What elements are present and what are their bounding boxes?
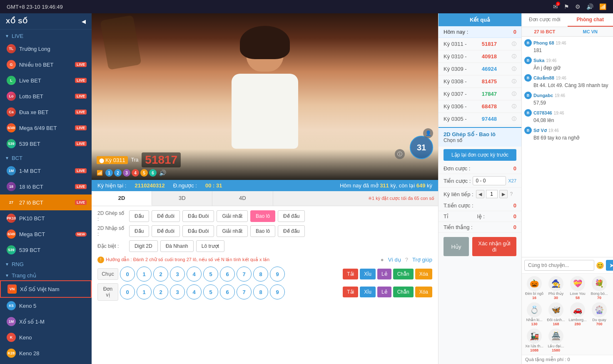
result-num-0311[interactable]: 51817: [482, 41, 497, 47]
donvi-9[interactable]: 9: [270, 284, 285, 299]
emoji-icon[interactable]: 😊: [596, 262, 604, 269]
gift-xe-lua[interactable]: 🚂 Xe lửa th... 1088: [525, 329, 543, 352]
btn-giai-nhat-nhap[interactable]: Giải nhất: [217, 225, 248, 237]
lien-tiep-prev-btn[interactable]: ◀: [476, 190, 484, 198]
result-num-0309[interactable]: 46924: [482, 66, 497, 72]
donvi-chan-btn[interactable]: Chẵn: [393, 287, 414, 297]
extra-info-icon[interactable]: 👤: [423, 128, 433, 138]
sidebar-item-539-bet[interactable]: 539 539 BET LIVE: [0, 136, 92, 152]
result-info-icon-0306[interactable]: ⓘ: [512, 103, 516, 110]
xacnhan-btn[interactable]: Xác nhận gửi đi: [472, 237, 516, 256]
channel-3-btn[interactable]: 3: [123, 169, 130, 177]
gift-lau-dai[interactable]: 🏯 Lầu đại... 1580: [547, 329, 565, 352]
gift-nhan-ki[interactable]: 💍 Nhẫn ki... 130: [525, 302, 543, 326]
sidebar-item-mega-bct[interactable]: 6/49 Mega BCT NEW: [0, 226, 92, 242]
chuc-tai-btn[interactable]: Tải: [343, 269, 358, 279]
result-info-icon-0311[interactable]: ⓘ: [512, 41, 516, 47]
btn-dau-duoi-ghep[interactable]: Đầu Đuôi: [182, 210, 214, 222]
gift-love-you[interactable]: 💝 Love You 58: [568, 276, 587, 300]
mail-icon[interactable]: ✉1: [553, 3, 558, 10]
chat-send-btn[interactable]: ➤: [606, 260, 613, 271]
volume-icon[interactable]: 🔊: [586, 3, 593, 10]
sidebar-item-live-bet[interactable]: L Live BET LIVE: [0, 72, 92, 88]
result-num-0308[interactable]: 81475: [482, 78, 497, 85]
vi-du-label[interactable]: Ví dụ: [388, 257, 401, 263]
sidebar-collapse-icon[interactable]: ◀: [82, 18, 86, 25]
result-num-0306[interactable]: 68478: [482, 103, 497, 110]
tien-cuoc-input[interactable]: [473, 176, 506, 185]
gift-phu-thuy[interactable]: 🧙 Phù thủy 30: [547, 276, 565, 300]
gift-doi-canh[interactable]: 🦋 Đôi cánh... 168: [547, 302, 565, 326]
lien-tiep-num-input[interactable]: [486, 190, 498, 198]
donvi-3[interactable]: 3: [170, 284, 185, 299]
btn-giai-nhat-ghep[interactable]: Giải nhất: [217, 210, 248, 222]
chuc-5[interactable]: 5: [203, 267, 218, 282]
sidebar-item-xosovn[interactable]: VN Xổ Số Việt Nam: [0, 280, 92, 298]
donvi-le-btn[interactable]: Lẻ: [377, 287, 391, 297]
chuc-3[interactable]: 3: [170, 267, 185, 282]
info-icon[interactable]: ⓘ: [395, 149, 405, 159]
sidebar-item-keno[interactable]: K Keno: [0, 329, 92, 345]
chuc-chan-btn[interactable]: Chẵn: [393, 269, 414, 279]
sidebar-section-trangchu[interactable]: ▼ Trang chủ: [0, 269, 92, 280]
channel-4-btn[interactable]: 4: [132, 169, 139, 177]
chuc-xoa-btn[interactable]: Xóa: [415, 269, 432, 279]
donvi-2[interactable]: 2: [153, 284, 168, 299]
tab-4d[interactable]: 4D: [212, 191, 273, 206]
tab-phong-chat[interactable]: Phòng chat: [568, 13, 613, 27]
chuc-8[interactable]: 8: [253, 267, 268, 282]
gift-bong-bo[interactable]: 💐 Bong bó... 70: [590, 276, 608, 300]
sidebar-section-live[interactable]: ▼ LIVE: [0, 30, 92, 41]
donvi-xiu-btn[interactable]: Xỉu: [360, 287, 376, 297]
sidebar-item-539-bct[interactable]: 539 539 BCT: [0, 242, 92, 258]
lien-tiep-help-icon[interactable]: ?: [510, 191, 513, 197]
sidebar-section-bct[interactable]: ▼ BCT: [0, 152, 92, 163]
tab-3d[interactable]: 3D: [152, 191, 212, 206]
subtab-bct[interactable]: 27 lô BCT: [522, 27, 568, 36]
sidebar-item-mega-649[interactable]: 6/49 Mega 6/49 BET LIVE: [0, 120, 92, 136]
sidebar-item-lotto-bet[interactable]: Lo Lotto BET LIVE: [0, 88, 92, 104]
gift-den-bi-ngo[interactable]: 🎃 Đèn bí ngô 16: [525, 276, 543, 300]
btn-dau-duoi-nhap[interactable]: Đầu Đuôi: [182, 225, 214, 237]
result-num-0310[interactable]: 40918: [482, 53, 497, 60]
donvi-5[interactable]: 5: [203, 284, 218, 299]
donvi-7[interactable]: 7: [237, 284, 252, 299]
chuc-le-btn[interactable]: Lẻ: [377, 269, 391, 279]
result-info-icon-0305[interactable]: ⓘ: [512, 116, 516, 122]
result-info-icon-0310[interactable]: ⓘ: [512, 53, 516, 60]
result-num-0307[interactable]: 17847: [482, 91, 497, 97]
btn-bao-lo-ghep[interactable]: Bao lô: [250, 210, 275, 222]
lien-tiep-next-btn[interactable]: ▶: [499, 190, 508, 198]
donvi-tai-btn[interactable]: Tải: [343, 287, 358, 297]
channel-5-btn[interactable]: 5: [140, 169, 148, 177]
volume-video-icon[interactable]: 🔊: [159, 170, 166, 176]
chuc-9[interactable]: 9: [270, 267, 285, 282]
sidebar-item-18lo-bct[interactable]: 18 18 lô BCT LIVE: [0, 179, 92, 194]
lap-lai-btn[interactable]: Lập lại đơn cược kỳ trước: [444, 149, 516, 161]
sidebar-item-pk10[interactable]: PK10 PK10 BCT: [0, 210, 92, 226]
result-info-icon-0308[interactable]: ⓘ: [512, 78, 516, 85]
gift-du-quay[interactable]: 🎡 Du quay 700: [590, 302, 608, 326]
sidebar-item-keno28[interactable]: K28 Keno 28: [0, 345, 92, 361]
chuc-xiu-btn[interactable]: Xỉu: [360, 269, 376, 279]
btn-digit-2d[interactable]: Digit 2D: [129, 240, 158, 252]
donvi-8[interactable]: 8: [253, 284, 268, 299]
sidebar-item-dua-xe[interactable]: Ca Đua xe BET LIVE: [0, 104, 92, 120]
tab-2d[interactable]: 2D: [92, 191, 152, 206]
donvi-xoa-btn[interactable]: Xóa: [415, 287, 432, 297]
donvi-4[interactable]: 4: [187, 284, 202, 299]
subtab-mc[interactable]: MC VN: [568, 27, 613, 36]
btn-de-dau-nhap[interactable]: Đề đầu: [278, 225, 305, 237]
chuc-4[interactable]: 4: [187, 267, 202, 282]
chat-input[interactable]: [524, 260, 594, 271]
channel-2-btn[interactable]: 2: [114, 169, 122, 177]
tro-giup-label[interactable]: Trợ giúp: [412, 257, 432, 263]
result-info-icon-0307[interactable]: ⓘ: [512, 91, 516, 97]
sidebar-item-xoso1m[interactable]: 1M Xổ số 1-M: [0, 314, 92, 329]
sidebar-item-1m-bct[interactable]: 1M 1-M BCT LIVE: [0, 163, 92, 179]
donvi-0[interactable]: 0: [120, 284, 135, 299]
chuc-0[interactable]: 0: [120, 267, 135, 282]
channel-1-btn[interactable]: 1: [105, 169, 113, 177]
btn-lo-truot[interactable]: Lô trượt: [196, 240, 224, 252]
chuc-6[interactable]: 6: [220, 267, 235, 282]
